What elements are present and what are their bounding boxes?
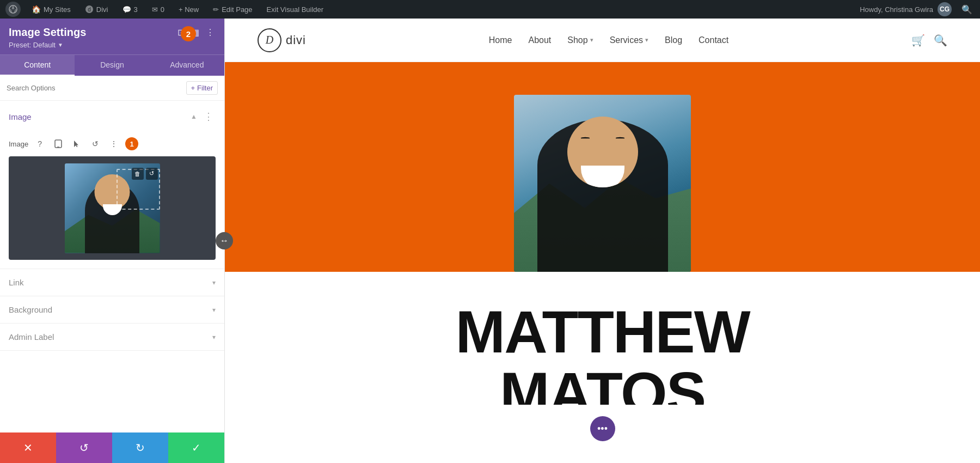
image-delete-icon[interactable]: 🗑 [132,168,144,180]
link-section: Link ▾ [0,269,224,296]
tab-content[interactable]: Content [0,55,75,76]
admin-search-icon[interactable]: 🔍 [959,2,975,17]
user-menu[interactable]: Howdy, Christina Gwira CG [860,2,952,16]
panel-tabs: Content Design Advanced [0,54,224,76]
save-button[interactable]: ✓ [168,432,224,463]
comment-bubble-icon: ✉ [152,5,158,14]
hero-section [225,62,980,272]
redo-button[interactable]: ↻ [112,432,168,463]
hero-name-line1: MATTHEW [258,304,947,358]
image-help-icon[interactable]: ? [33,137,47,151]
wp-admin-bar: 🏠 My Sites d Divi 💬 3 ✉ 0 + New ✏ Edit P… [0,0,980,19]
more-options-icon[interactable]: ⋮ [205,26,216,39]
preview-area: D divi Home About Shop ▾ Services ▾ [225,19,980,463]
svg-text:d: d [88,7,91,13]
save-icon: ✓ [192,441,201,454]
my-sites-menu[interactable]: 🏠 My Sites [28,3,74,16]
floating-dots-button[interactable]: ••• [590,416,615,441]
search-options-input[interactable] [7,84,182,92]
undo-button[interactable]: ↺ [56,432,112,463]
content-section: MATTHEW MATOS [225,272,980,427]
image-reset-icon[interactable]: ↺ [146,168,158,180]
undo-icon: ↺ [79,441,89,454]
nav-about[interactable]: About [528,35,551,45]
image-settings-panel: Image Settings ⊡ ▦ ⋮ Preset: Default ▼ 2… [0,19,225,463]
exit-builder-btn[interactable]: Exit Visual Builder [264,3,327,16]
image-mobile-icon[interactable] [51,137,65,151]
cancel-button[interactable]: ✕ [0,432,56,463]
nav-search-icon[interactable]: 🔍 [934,34,947,47]
services-chevron-icon: ▾ [645,36,648,44]
profile-image [514,95,691,272]
background-section-header[interactable]: Background ▾ [0,296,224,323]
link-section-header[interactable]: Link ▾ [0,269,224,296]
image-preview-inner: 🗑 ↺ [65,163,160,253]
comments-zero[interactable]: ✉ 0 [149,3,168,16]
image-more-icon[interactable]: ⋮ [107,137,121,151]
preset-selector[interactable]: Preset: Default ▼ [9,41,216,49]
pencil-icon: ✏ [213,5,219,14]
image-section: Image ▲ ⋮ Image ? [0,101,224,269]
panel-header: Image Settings ⊡ ▦ ⋮ Preset: Default ▼ 2 [0,19,224,54]
avatar: CG [938,2,952,16]
image-label: Image [9,140,28,148]
image-section-more-icon[interactable]: ⋮ [201,109,216,124]
svg-marker-5 [74,141,78,147]
image-section-header[interactable]: Image ▲ ⋮ [0,101,224,132]
cart-icon[interactable]: 🛒 [911,34,925,47]
nav-contact[interactable]: Contact [699,35,728,45]
image-section-collapse-icon[interactable]: ▲ [191,113,197,120]
preset-dropdown-arrow: ▼ [58,42,63,48]
hero-name-line2: MATOS [258,358,947,405]
panel-bottom-bar: ✕ ↺ ↻ ✓ [0,432,224,463]
image-preview-box[interactable]: 🗑 ↺ [9,156,216,260]
admin-label-section-header[interactable]: Admin Label ▾ [0,324,224,350]
divi-menu[interactable]: d Divi [82,3,112,16]
nav-icon-group: 🛒 🔍 [911,34,947,47]
home-icon: 🏠 [32,5,41,14]
divi-icon: d [85,5,94,14]
nav-services[interactable]: Services ▾ [610,35,648,45]
admin-label-section: Admin Label ▾ [0,324,224,351]
nav-home[interactable]: Home [489,35,512,45]
profile-smile [581,166,624,187]
shop-chevron-icon: ▾ [590,36,593,44]
profile-image-container [514,62,691,272]
panel-content: Image ▲ ⋮ Image ? [0,101,224,463]
badge-1: 1 [125,137,138,150]
comments-menu[interactable]: 💬 3 [119,3,141,16]
svg-rect-3 [55,140,62,148]
link-section-arrow: ▾ [212,279,216,287]
logo-text: divi [286,33,306,47]
comments-icon: 💬 [122,5,131,14]
admin-label-section-arrow: ▾ [212,333,216,341]
filter-button[interactable]: + Filter [186,81,218,95]
image-control-row: Image ? ↺ ⋮ 1 [9,137,216,151]
profile-face [567,117,638,187]
badge-2: 2 [181,26,196,41]
wordpress-logo[interactable] [5,2,21,17]
cancel-icon: ✕ [23,441,33,454]
nav-links: Home About Shop ▾ Services ▾ Blog Contac [489,35,728,45]
background-section-title: Background [9,305,52,314]
tab-advanced[interactable]: Advanced [150,55,224,76]
site-navigation: D divi Home About Shop ▾ Services ▾ [225,19,980,62]
options-search: + Filter [0,76,224,101]
new-menu[interactable]: + New [175,3,202,16]
background-section-arrow: ▾ [212,306,216,314]
site-logo[interactable]: D divi [258,28,306,52]
redo-icon: ↻ [136,441,145,454]
image-section-title: Image [9,112,32,121]
nav-blog[interactable]: Blog [665,35,682,45]
image-undo-icon[interactable]: ↺ [88,137,102,151]
image-action-icons: 🗑 ↺ [132,168,158,180]
edit-page-btn[interactable]: ✏ Edit Page [210,3,255,16]
resize-handle[interactable]: ↔ [216,232,233,249]
background-section: Background ▾ [0,296,224,324]
image-cursor-icon[interactable] [70,137,84,151]
panel-title: Image Settings [9,26,86,39]
nav-shop[interactable]: Shop ▾ [567,35,593,45]
tab-design[interactable]: Design [75,55,149,76]
link-section-title: Link [9,278,24,287]
plus-icon: + [191,84,195,92]
